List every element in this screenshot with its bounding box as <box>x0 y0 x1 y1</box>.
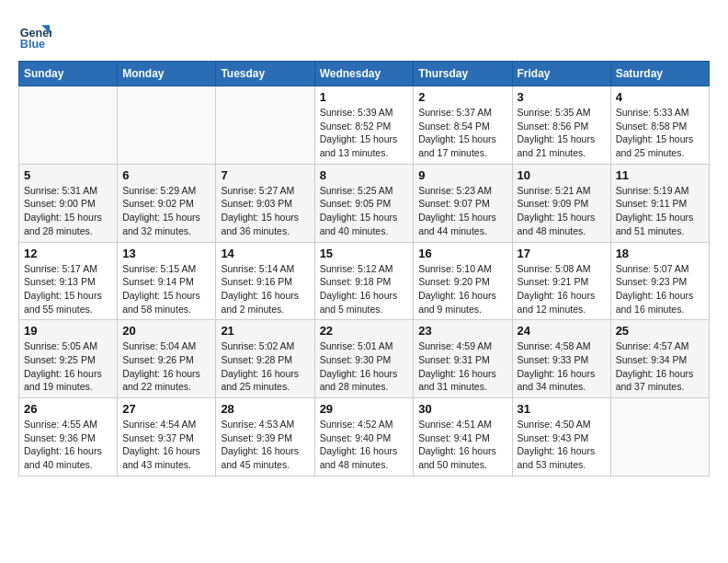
day-info: Sunrise: 4:50 AM Sunset: 9:43 PM Dayligh… <box>518 418 606 472</box>
calendar-cell: 15Sunrise: 5:12 AM Sunset: 9:18 PM Dayli… <box>314 242 414 320</box>
calendar-cell <box>216 86 314 165</box>
day-of-week-header: Thursday <box>414 62 512 86</box>
day-info: Sunrise: 5:15 AM Sunset: 9:14 PM Dayligh… <box>122 262 210 316</box>
day-info: Sunrise: 5:23 AM Sunset: 9:07 PM Dayligh… <box>418 184 506 238</box>
calendar-cell: 5Sunrise: 5:31 AM Sunset: 9:00 PM Daylig… <box>19 164 118 242</box>
day-number: 10 <box>518 168 606 182</box>
calendar-cell: 18Sunrise: 5:07 AM Sunset: 9:23 PM Dayli… <box>610 242 709 320</box>
calendar-cell: 1Sunrise: 5:39 AM Sunset: 8:52 PM Daylig… <box>314 86 414 165</box>
day-info: Sunrise: 5:02 AM Sunset: 9:28 PM Dayligh… <box>221 339 309 394</box>
day-info: Sunrise: 5:17 AM Sunset: 9:13 PM Dayligh… <box>24 262 112 316</box>
calendar-cell: 30Sunrise: 4:51 AM Sunset: 9:41 PM Dayli… <box>414 398 512 477</box>
day-number: 26 <box>24 402 112 416</box>
calendar-week-row: 5Sunrise: 5:31 AM Sunset: 9:00 PM Daylig… <box>19 164 710 242</box>
day-info: Sunrise: 4:53 AM Sunset: 9:39 PM Dayligh… <box>221 418 309 472</box>
calendar-table: SundayMondayTuesdayWednesdayThursdayFrid… <box>18 61 710 477</box>
calendar-week-row: 26Sunrise: 4:55 AM Sunset: 9:36 PM Dayli… <box>19 398 710 477</box>
day-of-week-header: Sunday <box>19 62 118 86</box>
day-info: Sunrise: 5:27 AM Sunset: 9:03 PM Dayligh… <box>221 184 309 238</box>
calendar-cell: 19Sunrise: 5:05 AM Sunset: 9:25 PM Dayli… <box>19 320 118 398</box>
day-info: Sunrise: 5:33 AM Sunset: 8:58 PM Dayligh… <box>616 106 704 160</box>
day-number: 29 <box>320 402 409 416</box>
day-number: 14 <box>221 247 309 260</box>
day-number: 19 <box>24 324 112 338</box>
day-info: Sunrise: 5:19 AM Sunset: 9:11 PM Dayligh… <box>616 184 704 238</box>
day-number: 8 <box>320 168 409 182</box>
day-of-week-header: Saturday <box>610 62 709 86</box>
day-number: 4 <box>616 90 704 104</box>
calendar-cell: 9Sunrise: 5:23 AM Sunset: 9:07 PM Daylig… <box>414 164 512 242</box>
calendar-cell: 23Sunrise: 4:59 AM Sunset: 9:31 PM Dayli… <box>414 320 512 398</box>
day-number: 20 <box>122 324 210 338</box>
day-number: 3 <box>518 90 606 104</box>
day-info: Sunrise: 5:14 AM Sunset: 9:16 PM Dayligh… <box>221 262 309 316</box>
day-info: Sunrise: 5:12 AM Sunset: 9:18 PM Dayligh… <box>320 262 409 316</box>
calendar-cell: 14Sunrise: 5:14 AM Sunset: 9:16 PM Dayli… <box>216 242 314 320</box>
calendar-cell: 27Sunrise: 4:54 AM Sunset: 9:37 PM Dayli… <box>118 398 216 477</box>
day-number: 24 <box>518 324 606 338</box>
logo-icon: General Blue <box>18 18 51 52</box>
day-number: 25 <box>616 324 704 338</box>
day-info: Sunrise: 5:25 AM Sunset: 9:05 PM Dayligh… <box>320 184 409 238</box>
day-number: 21 <box>221 324 309 338</box>
day-number: 1 <box>320 90 409 104</box>
calendar-cell <box>610 398 709 477</box>
day-info: Sunrise: 5:35 AM Sunset: 8:56 PM Dayligh… <box>518 106 606 160</box>
day-number: 31 <box>518 402 606 416</box>
day-info: Sunrise: 4:52 AM Sunset: 9:40 PM Dayligh… <box>320 418 409 472</box>
day-number: 11 <box>616 168 704 182</box>
day-info: Sunrise: 4:59 AM Sunset: 9:31 PM Dayligh… <box>418 339 506 394</box>
calendar-header-row: SundayMondayTuesdayWednesdayThursdayFrid… <box>19 62 710 86</box>
day-number: 12 <box>24 247 112 260</box>
logo: General Blue <box>18 18 57 52</box>
calendar-cell: 20Sunrise: 5:04 AM Sunset: 9:26 PM Dayli… <box>118 320 216 398</box>
day-number: 9 <box>418 168 506 182</box>
calendar-cell: 24Sunrise: 4:58 AM Sunset: 9:33 PM Dayli… <box>512 320 610 398</box>
day-of-week-header: Monday <box>118 62 216 86</box>
day-info: Sunrise: 5:04 AM Sunset: 9:26 PM Dayligh… <box>122 339 210 394</box>
day-number: 17 <box>518 247 606 260</box>
day-info: Sunrise: 5:07 AM Sunset: 9:23 PM Dayligh… <box>616 262 704 316</box>
page-header: General Blue <box>18 18 710 52</box>
calendar-cell: 28Sunrise: 4:53 AM Sunset: 9:39 PM Dayli… <box>216 398 314 477</box>
calendar-cell: 21Sunrise: 5:02 AM Sunset: 9:28 PM Dayli… <box>216 320 314 398</box>
day-number: 5 <box>24 168 112 182</box>
calendar-cell: 4Sunrise: 5:33 AM Sunset: 8:58 PM Daylig… <box>610 86 709 165</box>
day-info: Sunrise: 5:08 AM Sunset: 9:21 PM Dayligh… <box>518 262 606 316</box>
calendar-cell: 16Sunrise: 5:10 AM Sunset: 9:20 PM Dayli… <box>414 242 512 320</box>
day-number: 6 <box>122 168 210 182</box>
calendar-week-row: 19Sunrise: 5:05 AM Sunset: 9:25 PM Dayli… <box>19 320 710 398</box>
day-of-week-header: Tuesday <box>216 62 314 86</box>
calendar-cell: 8Sunrise: 5:25 AM Sunset: 9:05 PM Daylig… <box>314 164 414 242</box>
day-info: Sunrise: 5:10 AM Sunset: 9:20 PM Dayligh… <box>418 262 506 316</box>
calendar-cell: 25Sunrise: 4:57 AM Sunset: 9:34 PM Dayli… <box>610 320 709 398</box>
day-number: 27 <box>122 402 210 416</box>
day-of-week-header: Wednesday <box>314 62 414 86</box>
day-info: Sunrise: 5:31 AM Sunset: 9:00 PM Dayligh… <box>24 184 112 238</box>
day-number: 2 <box>418 90 506 104</box>
calendar-week-row: 12Sunrise: 5:17 AM Sunset: 9:13 PM Dayli… <box>19 242 710 320</box>
day-info: Sunrise: 5:37 AM Sunset: 8:54 PM Dayligh… <box>418 106 506 160</box>
calendar-cell: 7Sunrise: 5:27 AM Sunset: 9:03 PM Daylig… <box>216 164 314 242</box>
day-info: Sunrise: 5:01 AM Sunset: 9:30 PM Dayligh… <box>320 339 409 394</box>
day-number: 22 <box>320 324 409 338</box>
calendar-body: 1Sunrise: 5:39 AM Sunset: 8:52 PM Daylig… <box>19 86 710 477</box>
calendar-cell: 26Sunrise: 4:55 AM Sunset: 9:36 PM Dayli… <box>19 398 118 477</box>
day-number: 15 <box>320 247 409 260</box>
day-number: 30 <box>418 402 506 416</box>
calendar-cell: 22Sunrise: 5:01 AM Sunset: 9:30 PM Dayli… <box>314 320 414 398</box>
calendar-cell: 2Sunrise: 5:37 AM Sunset: 8:54 PM Daylig… <box>414 86 512 165</box>
calendar-cell <box>118 86 216 165</box>
day-info: Sunrise: 4:58 AM Sunset: 9:33 PM Dayligh… <box>518 339 606 394</box>
calendar-week-row: 1Sunrise: 5:39 AM Sunset: 8:52 PM Daylig… <box>19 86 710 165</box>
day-of-week-header: Friday <box>512 62 610 86</box>
calendar-cell: 31Sunrise: 4:50 AM Sunset: 9:43 PM Dayli… <box>512 398 610 477</box>
calendar-cell: 17Sunrise: 5:08 AM Sunset: 9:21 PM Dayli… <box>512 242 610 320</box>
day-number: 28 <box>221 402 309 416</box>
day-info: Sunrise: 4:51 AM Sunset: 9:41 PM Dayligh… <box>418 418 506 472</box>
day-number: 23 <box>418 324 506 338</box>
day-number: 13 <box>122 247 210 260</box>
day-info: Sunrise: 5:21 AM Sunset: 9:09 PM Dayligh… <box>518 184 606 238</box>
calendar-cell: 10Sunrise: 5:21 AM Sunset: 9:09 PM Dayli… <box>512 164 610 242</box>
calendar-cell: 12Sunrise: 5:17 AM Sunset: 9:13 PM Dayli… <box>19 242 118 320</box>
